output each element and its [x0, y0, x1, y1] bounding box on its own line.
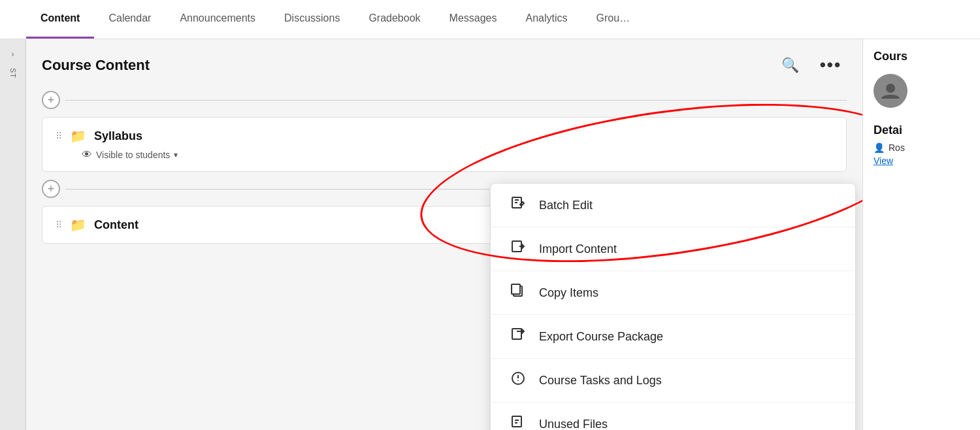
add-row-top: + — [42, 91, 847, 109]
top-navigation: Content Calendar Announcements Discussio… — [0, 0, 980, 39]
left-sidebar: › ST — [0, 39, 26, 430]
sidebar-collapse-arrow[interactable]: › — [8, 46, 18, 63]
visibility-row[interactable]: 👁 Visible to students ▾ — [82, 149, 833, 161]
details-section: Detai 👤 Ros View — [874, 124, 970, 166]
details-title: Detai — [874, 124, 970, 137]
module-row: ⠿ 📁 Syllabus — [56, 128, 833, 144]
folder-icon-2: 📁 — [70, 217, 86, 233]
menu-item-unused-files[interactable]: Unused Files — [491, 403, 855, 430]
add-divider — [65, 100, 847, 101]
menu-item-export-course[interactable]: Export Course Package — [491, 315, 855, 359]
batch-edit-label: Batch Edit — [539, 199, 593, 212]
course-content-title: Course Content — [42, 57, 150, 74]
drag-handle-icon-2[interactable]: ⠿ — [56, 220, 62, 230]
visibility-label: Visible to students — [96, 150, 170, 160]
dropdown-menu: Batch Edit Import Content — [490, 183, 856, 430]
unused-files-icon — [509, 414, 527, 430]
copy-items-icon — [509, 283, 527, 303]
tab-content[interactable]: Content — [26, 0, 94, 39]
course-sidebar-title: Cours — [874, 50, 970, 63]
menu-item-import-content[interactable]: Import Content — [491, 227, 855, 271]
export-course-icon — [509, 327, 527, 346]
tab-gradebook[interactable]: Gradebook — [354, 0, 434, 39]
search-icon: 🔍 — [781, 57, 799, 73]
course-tasks-icon — [509, 371, 527, 390]
add-module-button[interactable]: + — [42, 91, 60, 109]
tab-groups[interactable]: Grou… — [582, 0, 645, 39]
export-course-label: Export Course Package — [539, 330, 663, 344]
details-name-text: Ros — [889, 142, 905, 153]
more-dots-icon: ••• — [820, 55, 841, 74]
sidebar-label: ST — [9, 68, 17, 78]
menu-item-batch-edit[interactable]: Batch Edit — [491, 184, 855, 227]
svg-point-9 — [886, 84, 895, 93]
search-button[interactable]: 🔍 — [776, 54, 804, 76]
view-link[interactable]: View — [874, 156, 970, 166]
syllabus-module: ⠿ 📁 Syllabus 👁 Visible to students ▾ — [42, 117, 847, 172]
chevron-down-icon: ▾ — [174, 150, 178, 159]
main-area: › ST Course Content 🔍 ••• + ⠿ — [0, 39, 980, 430]
unused-files-label: Unused Files — [539, 418, 608, 431]
right-sidebar: Cours Detai 👤 Ros View — [862, 39, 980, 430]
header-actions: 🔍 ••• — [776, 52, 847, 78]
menu-item-course-tasks[interactable]: Course Tasks and Logs — [491, 359, 855, 403]
svg-rect-8 — [512, 416, 521, 427]
svg-rect-4 — [512, 329, 521, 339]
svg-rect-3 — [512, 284, 520, 294]
avatar — [874, 74, 907, 108]
tab-announcements[interactable]: Announcements — [165, 0, 270, 39]
person-icon: 👤 — [874, 142, 885, 153]
content-module-title: Content — [94, 218, 139, 232]
course-content-header: Course Content 🔍 ••• — [42, 52, 847, 78]
folder-icon: 📁 — [70, 128, 86, 144]
tab-analytics[interactable]: Analytics — [511, 0, 581, 39]
tab-discussions[interactable]: Discussions — [270, 0, 354, 39]
batch-edit-icon — [509, 195, 527, 215]
eye-icon: 👁 — [82, 149, 92, 161]
import-content-label: Import Content — [539, 242, 617, 256]
course-tasks-label: Course Tasks and Logs — [539, 374, 662, 388]
more-options-button[interactable]: ••• — [815, 52, 847, 78]
syllabus-title: Syllabus — [94, 129, 142, 143]
content-area: Course Content 🔍 ••• + ⠿ 📁 Syllabus — [26, 39, 862, 430]
add-module-button-2[interactable]: + — [42, 180, 60, 198]
tab-calendar[interactable]: Calendar — [94, 0, 165, 39]
drag-handle-icon[interactable]: ⠿ — [56, 131, 62, 141]
menu-item-copy-items[interactable]: Copy Items — [491, 271, 855, 315]
tab-messages[interactable]: Messages — [435, 0, 512, 39]
import-content-icon — [509, 239, 527, 259]
copy-items-label: Copy Items — [539, 286, 598, 300]
details-name: 👤 Ros — [874, 142, 970, 153]
